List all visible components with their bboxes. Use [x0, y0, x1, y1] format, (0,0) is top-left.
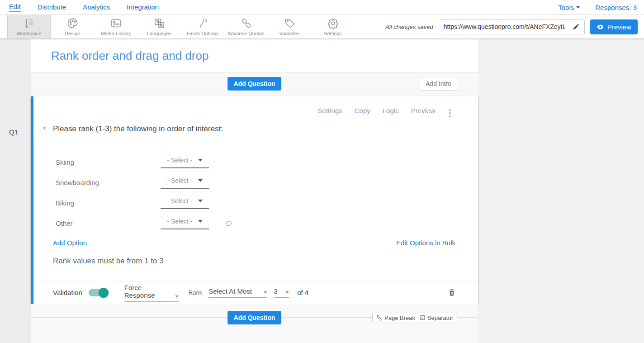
question-text[interactable]: Please rank (1-3) the following in order… — [51, 124, 223, 133]
validation-type-value: Force Response — [124, 284, 171, 299]
tag-icon — [284, 17, 296, 29]
option-label[interactable]: Snowboarding — [56, 179, 161, 186]
toggle-knob — [99, 288, 109, 298]
chain-links-icon — [240, 17, 252, 29]
option-row: Skiing - Select - — [33, 152, 478, 172]
option-actions-row: Add Option Edit Options in Bulk — [53, 238, 455, 247]
kebab-icon — [449, 109, 451, 111]
save-status: All changes saved — [385, 24, 433, 30]
chevron-down-icon — [198, 200, 203, 202]
image-icon — [110, 17, 122, 29]
rank-label: Rank — [189, 289, 202, 296]
survey-editor-column: Rank order and drag and drop Add Questio… — [31, 39, 478, 343]
toolbar-item-advance-quotas[interactable]: Advance Quotas — [224, 15, 268, 38]
of-total-label: of 4 — [297, 289, 308, 296]
add-question-button-bottom[interactable]: Add Question — [227, 311, 282, 324]
chevron-down-icon — [285, 291, 289, 294]
required-asterisk: * — [43, 126, 46, 134]
nav-distribute[interactable]: Distribute — [38, 3, 66, 12]
question-preview-link[interactable]: Preview — [411, 107, 435, 114]
page-break-button[interactable]: Page Break — [372, 313, 419, 323]
speech-bubble-icon — [225, 220, 232, 227]
question-text-field[interactable]: * Please rank (1-3) the following in ord… — [51, 124, 457, 141]
nav-edit[interactable]: Edit — [9, 3, 21, 12]
question-settings-link[interactable]: Settings — [318, 107, 342, 114]
rank-range-note: Rank values must be from 1 to 3 — [53, 257, 478, 266]
toolbar-item-variables[interactable]: Variables — [268, 15, 311, 38]
toolbar-item-label: Workspace — [17, 31, 42, 36]
rank-count-select[interactable]: 3 — [274, 287, 289, 298]
rank-select-value: - Select - — [167, 197, 192, 205]
validation-row: Validation Force Response Rank Select At… — [33, 281, 478, 304]
tools-menu[interactable]: Tools — [558, 4, 580, 11]
survey-title-section: Rank order and drag and drop — [31, 39, 478, 73]
preview-button[interactable]: Preview — [590, 19, 638, 34]
toolbar-item-languages[interactable]: Languages — [137, 15, 181, 38]
rank-select-value: - Select - — [167, 157, 192, 164]
main-nav: Edit Distribute Analytics Integration — [9, 3, 159, 12]
edit-options-bulk-link[interactable]: Edit Options in Bulk — [396, 239, 455, 247]
toolbar-item-workspace[interactable]: Workspace — [7, 15, 51, 38]
question-logic-link[interactable]: Logic — [383, 107, 399, 114]
magic-wand-icon — [197, 17, 209, 29]
rank-mode-value: Select At Most — [208, 287, 252, 295]
add-intro-button[interactable]: Add Intro — [420, 77, 457, 91]
survey-url-box — [439, 19, 585, 34]
rank-select-value: - Select - — [167, 218, 192, 225]
toolbar-item-finish-options[interactable]: Finish Options — [181, 15, 224, 38]
eye-icon — [597, 23, 604, 31]
delete-question-button[interactable] — [448, 288, 455, 297]
right-background — [478, 39, 644, 343]
translate-icon — [153, 17, 166, 29]
option-label[interactable]: Other — [56, 219, 161, 227]
toolbar-item-label: Finish Options — [187, 31, 218, 36]
rank-select[interactable]: - Select - — [161, 177, 209, 189]
question-card: Settings Copy Logic Preview * Please ran… — [31, 96, 478, 304]
edit-url-button[interactable] — [568, 20, 584, 34]
toolbar-item-design[interactable]: Design — [51, 15, 94, 38]
add-option-link[interactable]: Add Option — [53, 239, 87, 247]
separator-label: Separator — [427, 314, 453, 321]
option-row: Biking - Select - — [33, 193, 478, 213]
rank-select[interactable]: - Select - — [161, 157, 209, 168]
validation-toggle[interactable] — [89, 289, 109, 296]
palette-icon — [66, 17, 79, 29]
validation-type-select[interactable]: Force Response — [124, 284, 179, 302]
chevron-down-icon — [198, 179, 203, 182]
survey-url-input[interactable] — [439, 23, 568, 30]
option-label[interactable]: Biking — [56, 199, 161, 207]
rank-select[interactable]: - Select - — [161, 218, 209, 229]
survey-title[interactable]: Rank order and drag and drop — [51, 49, 208, 63]
chevron-down-icon — [264, 291, 267, 294]
question-copy-link[interactable]: Copy — [355, 107, 370, 114]
chevron-down-icon — [175, 295, 179, 298]
gear-icon — [327, 17, 339, 29]
add-question-strip-top: Add Question Add Intro — [31, 73, 478, 96]
question-number-label: Q1 — [9, 128, 18, 136]
rank-mode-select[interactable]: Select At Most — [208, 287, 267, 298]
toolbar-item-settings[interactable]: Settings — [311, 15, 355, 38]
rank-select[interactable]: - Select - — [161, 197, 209, 209]
separator-button[interactable]: ☑ Separator — [416, 313, 457, 323]
responses-label: Responses: 3 — [595, 4, 637, 11]
add-question-strip-bottom: Add Question Page Break ☑ Separator — [31, 304, 478, 343]
content-area: Q1 Rank order and drag and drop Add Ques… — [0, 39, 644, 343]
edit-toolbar: Workspace Design Media Library — [0, 14, 644, 39]
nav-analytics[interactable]: Analytics — [83, 3, 110, 12]
left-gutter: Q1 — [0, 39, 31, 343]
workspace-icon — [23, 17, 35, 29]
comment-option-button[interactable] — [225, 220, 232, 227]
add-question-button-top[interactable]: Add Question — [227, 77, 282, 91]
question-more-menu[interactable] — [449, 109, 451, 117]
responses-link[interactable]: Responses: 3 — [595, 4, 637, 11]
nav-integration[interactable]: Integration — [127, 3, 159, 12]
rank-select-value: - Select - — [167, 177, 192, 184]
toolbar-item-label: Media Library — [101, 31, 131, 36]
option-row: Other - Select - — [33, 213, 478, 233]
preview-label: Preview — [607, 23, 631, 31]
toolbar-item-media-library[interactable]: Media Library — [94, 15, 137, 38]
checkbox-checked-icon: ☑ — [420, 314, 425, 321]
option-label[interactable]: Skiing — [56, 158, 161, 166]
validation-label: Validation — [53, 289, 82, 296]
toolbar-item-label: Variables — [279, 31, 299, 36]
